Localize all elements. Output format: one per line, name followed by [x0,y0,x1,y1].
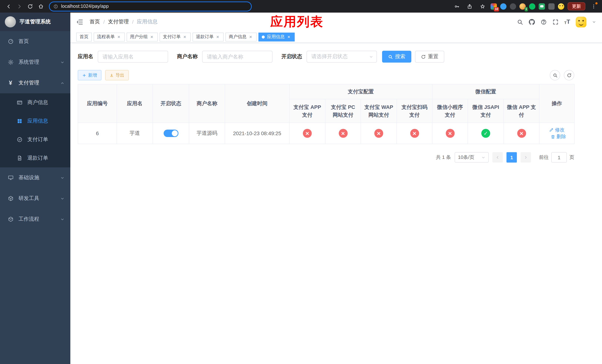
payment-submenu: 商户信息 应用信息 支付订单 退款订单 [0,93,70,167]
cell-actions: 修改 删除 [539,123,574,144]
tab-refund-order[interactable]: 退款订单 [193,32,224,41]
share-icon[interactable] [465,1,474,11]
browser-menu-icon[interactable] [589,1,598,11]
extension-icon-2[interactable] [500,3,506,10]
toggle-search-button[interactable] [550,70,560,80]
tab-user-group[interactable]: 用户分组 [127,32,158,41]
sidebar-item-payment[interactable]: 支付管理 [0,73,70,93]
browser-update-button[interactable]: 更新 [568,2,585,10]
close-icon[interactable] [215,34,220,39]
group-header-wechat: 微信配置 [432,84,539,99]
cube-icon [7,195,14,202]
search-icon[interactable] [517,19,523,25]
extension-icon-5[interactable] [529,3,535,10]
sidebar-item-infra[interactable]: 基础设施 [0,167,70,188]
tab-label: 用户分组 [130,34,148,40]
sidebar-item-label: 研发工具 [19,195,39,202]
help-icon[interactable] [540,19,547,25]
breadcrumb: 首页 支付管理 应用信息 [90,19,158,25]
sidebar-item-label: 商户信息 [27,99,48,106]
sidebar-item-merchant-info[interactable]: 商户信息 [0,93,70,112]
sidebar-item-label: 退款订单 [27,155,48,161]
pagination-total: 共 1 条 [436,154,451,161]
reload-icon[interactable] [25,1,35,11]
app-name-input[interactable] [98,51,168,63]
extension-badge: 1 [525,7,528,11]
sidebar-item-pay-order[interactable]: 支付订单 [0,130,70,149]
update-dot [595,2,598,4]
cell-wx-app [504,123,539,144]
chevron-down-icon [369,55,373,59]
page-number-button[interactable]: 1 [506,152,517,162]
chevron-down-icon [60,60,64,64]
chevron-up-icon [60,81,64,85]
fullscreen-icon[interactable] [552,19,559,25]
avatar[interactable] [576,16,586,27]
export-button[interactable]: 导出 [105,70,129,80]
extension-badge: 10 [494,7,499,11]
search-button[interactable]: 搜索 [382,51,411,63]
alipay-qr-status-icon [410,129,419,138]
goto-page-input[interactable] [551,152,567,162]
font-size-icon[interactable] [564,19,570,25]
add-button[interactable]: 新增 [78,70,101,80]
tab-label: 流程表单 [97,34,115,40]
status-toggle[interactable] [163,130,178,137]
main-area: 首页 支付管理 应用信息 应用列表 [70,13,602,364]
sidebar: 芋道管理系统 首页 系统管理 支付管理 商户信息 [0,13,70,364]
close-icon[interactable] [116,34,121,39]
refresh-button[interactable] [564,70,574,80]
sidebar-item-system[interactable]: 系统管理 [0,52,70,73]
close-icon[interactable] [149,34,154,39]
tab-process-form[interactable]: 流程表单 [94,32,125,41]
sidebar-item-refund-order[interactable]: 退款订单 [0,149,70,167]
github-icon[interactable] [529,19,535,25]
close-icon[interactable] [286,34,291,39]
password-key-icon[interactable] [452,1,461,11]
forward-icon[interactable] [14,1,24,11]
extension-icon-1[interactable]: 10 [491,3,497,10]
bookmark-star-icon[interactable] [478,1,487,11]
sidebar-item-label: 系统管理 [19,59,39,65]
tab-pay-order[interactable]: 支付订单 [160,32,191,41]
extension-icon-7[interactable] [548,3,555,10]
status-select-placeholder: 请选择开启状态 [311,53,348,60]
hamburger-icon[interactable] [76,18,83,25]
prev-page-button[interactable] [492,152,503,162]
site-info-icon[interactable] [53,4,58,9]
document-icon [16,155,22,161]
tab-home[interactable]: 首页 [76,32,92,41]
alipay-wap-status-icon [374,129,383,138]
browser-toolbar: localhost:1024/pay/app 10 1 更新 [0,0,602,13]
url-bar[interactable]: localhost:1024/pay/app [49,1,252,11]
extension-icon-4[interactable]: 1 [519,3,526,10]
delete-label: 删除 [557,133,566,140]
home-icon[interactable] [36,1,45,11]
sidebar-item-workflow[interactable]: 工作流程 [0,209,70,230]
edit-button[interactable]: 修改 [549,127,565,133]
page-size-select[interactable]: 10条/页 [455,152,489,162]
close-icon[interactable] [248,34,253,39]
emoji-extension-icon[interactable] [558,3,564,10]
reset-button[interactable]: 重置 [415,51,444,63]
table-toolbar: 新增 导出 [78,70,574,80]
status-select[interactable]: 请选择开启状态 [307,51,377,63]
close-icon[interactable] [182,34,187,39]
delete-button[interactable]: 删除 [550,133,566,140]
extension-icon-6[interactable] [539,3,545,10]
tab-app-info[interactable]: 应用信息 [258,32,295,41]
sidebar-item-dev-tools[interactable]: 研发工具 [0,188,70,209]
merchant-name-input[interactable] [202,51,272,63]
extension-icon-3[interactable] [510,3,516,10]
alipay-app-status-icon [303,129,312,138]
tab-merchant-info[interactable]: 商户信息 [226,32,257,41]
sidebar-item-app-info[interactable]: 应用信息 [0,112,70,130]
breadcrumb-home[interactable]: 首页 [90,19,100,25]
goto-page: 前往 页 [539,152,574,162]
sidebar-item-home[interactable]: 首页 [0,31,70,52]
breadcrumb-payment[interactable]: 支付管理 [108,19,129,25]
caret-down-icon[interactable] [592,20,596,24]
sidebar-item-label: 支付管理 [19,80,39,86]
back-icon[interactable] [4,1,13,11]
next-page-button[interactable] [521,152,531,162]
